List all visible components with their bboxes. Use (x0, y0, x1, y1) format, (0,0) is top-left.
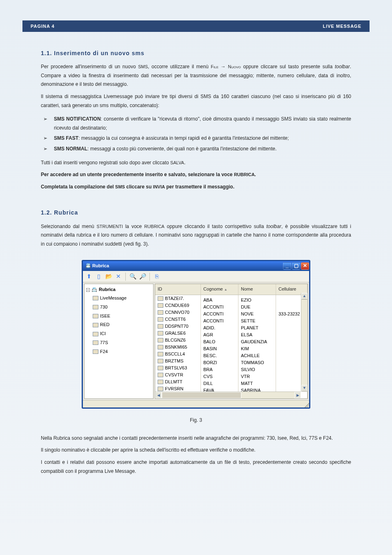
table-row[interactable]: BSNKMI65BASINKIM (155, 344, 307, 351)
card-icon (158, 366, 163, 370)
resize-grip[interactable] (303, 402, 309, 407)
window-title: Rubrica (92, 262, 109, 270)
card-icon (158, 310, 163, 315)
table-row[interactable]: BRZTMSBORZITOMMASO (155, 358, 307, 365)
section-1-1-title: 1.1. Inserimento di un nuovo sms (41, 48, 351, 58)
scroll-left-icon[interactable]: ◀ (155, 392, 162, 398)
tree-item[interactable]: LiveMessage (93, 294, 152, 303)
page-number: PAGINA 4 (31, 24, 55, 29)
minimize-button[interactable]: _ (283, 262, 291, 270)
card-icon (93, 323, 98, 327)
sms-types-list: SMS NOTIFICATION: consente di verificare… (41, 115, 351, 153)
section-1-1-p1: Per procedere all'inserimento di un nuov… (41, 63, 351, 89)
table-row[interactable]: GRALSE6AGRELSA (155, 330, 307, 337)
card-icon (93, 314, 98, 318)
table-row[interactable]: CVSVTRCVSVTR (155, 371, 307, 378)
scroll-up-icon[interactable]: ▲ (301, 293, 307, 300)
figure-caption: Fig. 3 (41, 416, 351, 425)
card-icon (158, 331, 163, 336)
sms-type-normal: SMS NORMAL: messaggi a costo più conveni… (41, 145, 351, 154)
card-icon (158, 303, 163, 308)
tree-item[interactable]: 730 (93, 303, 152, 312)
table-row[interactable]: DDSPNT70ADID.PLANET (155, 323, 307, 330)
col-header-cognome[interactable]: Cognome ▲ (201, 284, 238, 295)
section-1-1-p4: Per accedere ad un utente precedentement… (41, 170, 351, 179)
page-header: PAGINA 4 LIVE MESSAGE (22, 20, 370, 32)
card-icon (158, 387, 163, 391)
card-icon (158, 296, 163, 301)
section-1-1-p5: Completata la compilazione del SMS clicc… (41, 183, 351, 192)
sms-type-notification: SMS NOTIFICATION: consente di verificare… (41, 115, 351, 132)
sms-type-fast: SMS FAST: messaggio la cui consegna è as… (41, 134, 351, 143)
app-title: LIVE MESSAGE (323, 24, 361, 29)
collapse-icon[interactable]: - (86, 288, 90, 292)
table-row[interactable]: BSCCLL4BESC.ACHILLE (155, 351, 307, 358)
card-icon (93, 340, 98, 345)
find-icon[interactable]: 🔍 (128, 272, 137, 281)
table-row[interactable]: CCNSTT6ACCONTISETTE (155, 316, 307, 323)
new-icon[interactable]: ▯ (94, 272, 103, 281)
tree-pane: - 📇 Rubrica LiveMessage730ISEEREDICI77SF… (84, 284, 154, 399)
nav-up-icon[interactable]: ⬆ (85, 272, 94, 281)
section-1-2-p2: Nella Rubrica sono segnalati anche i con… (41, 434, 351, 443)
window-icon: 📇 (85, 262, 91, 270)
section-1-2-p1: Selezionando dal menù STRUMENTI la voce … (41, 222, 351, 249)
section-1-1-p2: Il sistema di messaggistica Livemessage … (41, 92, 351, 110)
titlebar[interactable]: 📇 Rubrica _ ▢ ✕ (83, 261, 309, 271)
folder-icon: 📇 (91, 286, 97, 294)
card-icon (158, 352, 163, 356)
card-icon (93, 349, 98, 354)
table-row[interactable]: DLLMTTDILLMATT (155, 378, 307, 385)
rubrica-window: 📇 Rubrica _ ▢ ✕ ⬆ ▯ 📂 ✕ 🔍 🔎 ⎘ - 📇 Rubric… (82, 260, 310, 409)
table-row[interactable]: BTAZEI7.ABAEZIO (155, 295, 307, 302)
find-replace-icon[interactable]: 🔎 (138, 272, 147, 281)
card-icon (158, 373, 163, 377)
tree-item[interactable]: RED (93, 320, 152, 329)
section-1-1-p3: Tutti i dati inseriti vengono registrati… (41, 159, 351, 168)
card-icon (158, 359, 163, 363)
grid-header: ID Cognome ▲ Nome Cellulare (155, 284, 307, 295)
card-icon (158, 317, 163, 322)
maximize-button[interactable]: ▢ (292, 262, 300, 270)
tree-item[interactable]: ISEE (93, 312, 152, 321)
card-icon (158, 380, 163, 384)
card-icon (93, 332, 98, 336)
table-row[interactable]: BLCGNZ6BALOGAUDENZIA (155, 337, 307, 344)
col-header-nome[interactable]: Nome (238, 284, 276, 295)
card-icon (158, 338, 163, 342)
grid-pane: ID Cognome ▲ Nome Cellulare BTAZEI7.ABAE… (155, 284, 308, 399)
section-1-2-title: 1.2. Rubrica (41, 208, 351, 218)
horizontal-scrollbar[interactable]: ◀ ▶ (155, 392, 301, 398)
card-icon (93, 296, 98, 300)
export-icon[interactable]: ⎘ (152, 272, 161, 281)
section-1-2-p4: I contatti e i relativi dati possono ess… (41, 458, 351, 476)
col-header-id[interactable]: ID (155, 284, 201, 295)
card-icon (158, 345, 163, 349)
section-1-2-p3: Il singolo nominativo è cliccabile per a… (41, 446, 351, 455)
delete-icon[interactable]: ✕ (114, 272, 123, 281)
table-row[interactable]: CCNNVO70ACCONTINOVE333-23232 (155, 309, 307, 316)
vertical-scrollbar[interactable]: ▲ ▼ (301, 293, 307, 392)
open-icon[interactable]: 📂 (104, 272, 113, 281)
tree-item[interactable]: 77S (93, 338, 152, 347)
card-icon (93, 305, 98, 309)
tree-item[interactable]: F24 (93, 347, 152, 356)
close-button[interactable]: ✕ (301, 262, 309, 270)
toolbar: ⬆ ▯ 📂 ✕ 🔍 🔎 ⎘ (83, 271, 309, 282)
table-row[interactable]: CCNDUE69ACCONTIDUE (155, 302, 307, 309)
tree-item[interactable]: ICI (93, 329, 152, 338)
tree-root[interactable]: - 📇 Rubrica (85, 286, 152, 294)
sort-asc-icon: ▲ (224, 288, 227, 291)
card-icon (158, 324, 163, 329)
table-row[interactable]: BRTSLV63BRASILVIO (155, 365, 307, 371)
scroll-down-icon[interactable]: ▼ (301, 385, 307, 392)
statusbar (83, 400, 309, 407)
scroll-right-icon[interactable]: ▶ (294, 392, 301, 398)
